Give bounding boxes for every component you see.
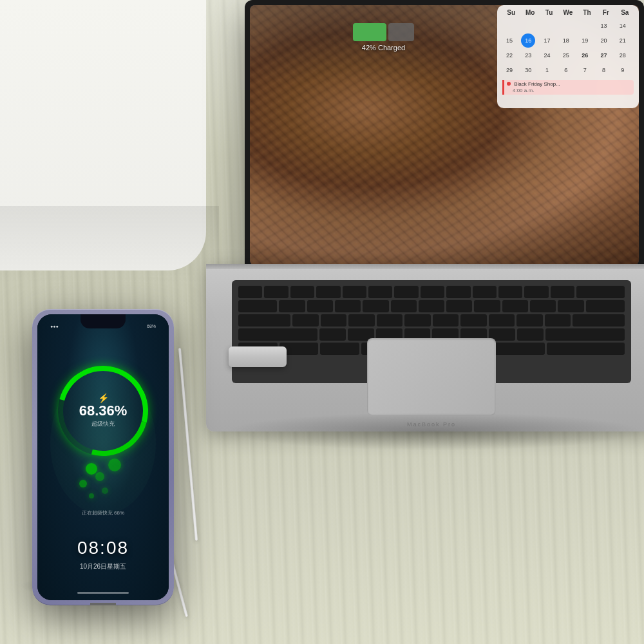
calendar-widget: Su Mo Tu We Th Fr Sa [497, 5, 639, 108]
key [516, 314, 543, 325]
key [348, 328, 374, 339]
calendar-days-header: Su Mo Tu We Th Fr Sa [497, 5, 639, 17]
phone-screen: ●●● 68% ⚡ 68.36% 超级快充 正在超级快充 68% [37, 314, 169, 600]
keyboard-row-2 [238, 299, 625, 311]
macbook-screen: 42% Charged Su Mo Tu We Th Fr Sa [245, 0, 644, 270]
key [321, 314, 347, 325]
bubble-4 [95, 472, 104, 481]
key [335, 299, 361, 311]
charging-info: ⚡ 68.36% 超级快充 [79, 393, 128, 428]
key-cmd-r [547, 342, 625, 354]
key-option [320, 342, 359, 354]
macbook-display: 42% Charged Su Mo Tu We Th Fr Sa [250, 5, 639, 265]
day-header-su: Su [502, 9, 520, 16]
cal-cell: 23 [521, 48, 535, 62]
wall-shadow [0, 206, 219, 283]
cal-cell: 6 [559, 63, 573, 77]
macbook-touchpad [367, 338, 496, 415]
key [551, 285, 574, 297]
usb-hub-adapter [229, 346, 287, 367]
key [343, 285, 366, 297]
key [404, 314, 431, 325]
cal-cell: 24 [540, 48, 554, 62]
battery-empty-portion [388, 23, 414, 41]
cal-cell: 18 [559, 33, 573, 48]
cal-cell: 7 [578, 63, 592, 77]
key [446, 285, 470, 297]
phone-date: 10月26日星期五 [80, 562, 126, 571]
key [474, 299, 500, 311]
bubble-1 [86, 463, 97, 475]
key [473, 285, 497, 297]
key [319, 328, 346, 339]
key [316, 285, 340, 297]
cal-cell: 13 [596, 19, 611, 33]
key [292, 314, 319, 325]
calendar-grid: 13 14 15 16 17 18 19 20 21 22 23 24 [497, 17, 639, 79]
cal-cell-26: 26 [578, 48, 592, 62]
key [290, 285, 314, 297]
key-shift-r [545, 328, 625, 339]
bubble-5 [102, 488, 108, 494]
cal-cell: 19 [578, 33, 592, 48]
cal-cell: 20 [596, 33, 611, 48]
key [391, 299, 417, 311]
macbook-pro: 42% Charged Su Mo Tu We Th Fr Sa [206, 0, 644, 438]
key [348, 314, 375, 325]
event-title: Black Friday Shop... [514, 81, 560, 87]
charging-type-label: 超级快充 [79, 421, 128, 429]
key-backspace [576, 285, 625, 297]
day-header-sa: Sa [616, 9, 634, 16]
cal-cell-today: 16 [521, 33, 535, 48]
cal-cell [559, 19, 573, 33]
cal-cell [521, 19, 535, 33]
keyboard-row-3 [238, 314, 625, 325]
charging-bolt-icon: ⚡ [79, 393, 128, 403]
day-header-we: We [559, 9, 576, 16]
cal-cell: 8 [596, 63, 611, 77]
cal-cell: 9 [616, 63, 630, 77]
cal-cell: 25 [559, 48, 573, 62]
cal-cell [540, 19, 554, 33]
cal-cell: 14 [616, 19, 630, 33]
key [586, 299, 625, 311]
cal-cell: 15 [502, 33, 516, 48]
macbook-hinge [206, 264, 644, 269]
key [489, 314, 515, 325]
main-scene: 42% Charged Su Mo Tu We Th Fr Sa [0, 0, 644, 644]
event-dot [507, 82, 511, 86]
key [446, 299, 472, 311]
key-return [573, 314, 625, 325]
bubble-3 [89, 493, 94, 498]
key [421, 285, 444, 297]
key [363, 299, 388, 311]
phone-usbc-connector [90, 603, 116, 605]
cal-cell: 17 [540, 33, 554, 48]
key [368, 285, 392, 297]
cal-cell: 1 [540, 63, 554, 77]
key [530, 299, 556, 311]
cal-cell [578, 19, 592, 33]
cal-cell: 30 [521, 63, 535, 77]
day-header-th: Th [578, 9, 596, 16]
cal-cell: 22 [502, 48, 516, 62]
key-shift-l [238, 328, 317, 339]
key-tab [238, 299, 277, 311]
cal-cell [502, 19, 516, 33]
phone-signal: ●●● [50, 324, 59, 328]
key [264, 285, 288, 297]
smartphone: ●●● 68% ⚡ 68.36% 超级快充 正在超级快充 68% [32, 309, 174, 605]
day-header-fr: Fr [597, 9, 614, 16]
key [238, 285, 262, 297]
cal-cell: 21 [616, 33, 630, 48]
battery-widget: 42% Charged [353, 23, 414, 52]
calendar-event: Black Friday Shop... 4:00 a.m. [502, 80, 634, 95]
key [279, 299, 305, 311]
key [460, 314, 487, 325]
cal-cell: 29 [502, 63, 516, 77]
key-caps [238, 314, 290, 325]
key [307, 299, 333, 311]
battery-text: 42% Charged [362, 44, 405, 52]
key [517, 328, 544, 339]
battery-bar [353, 23, 414, 41]
